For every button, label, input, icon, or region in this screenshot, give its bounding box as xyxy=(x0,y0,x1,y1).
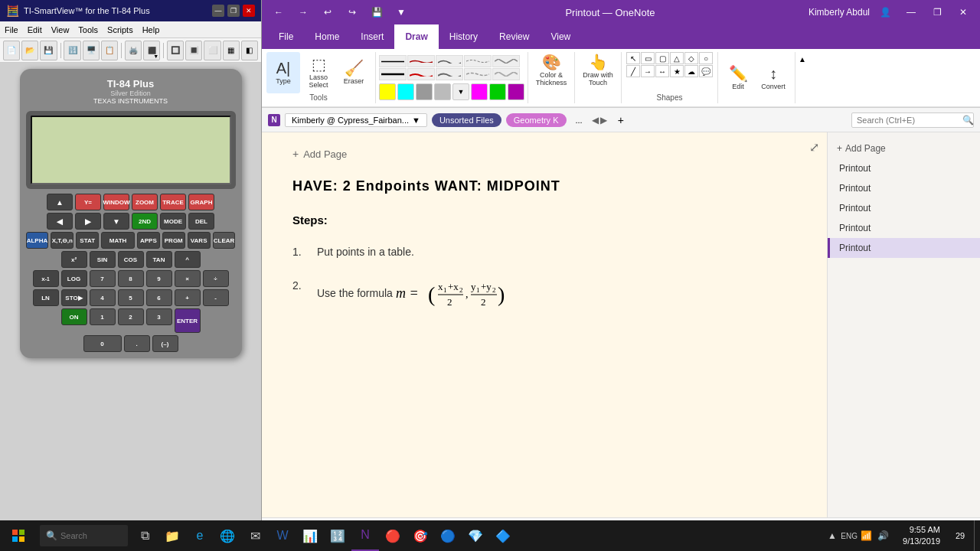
pen-stroke-2[interactable] xyxy=(407,55,435,67)
page-item-5[interactable]: Printout xyxy=(828,238,980,258)
color-cyan[interactable] xyxy=(397,83,414,100)
key-mode[interactable]: MODE xyxy=(160,213,186,230)
ti-tool-extra1[interactable]: 🔲 xyxy=(167,41,184,60)
taskbar-search[interactable]: 🔍 xyxy=(40,525,128,546)
color-dark-gray[interactable] xyxy=(416,83,433,100)
close-button[interactable]: ✕ xyxy=(952,2,974,23)
ti-tool-extra3[interactable]: ⬜ xyxy=(204,41,220,60)
collapse-ribbon-button[interactable]: ▲ xyxy=(795,52,809,103)
color-thickness-button[interactable]: 🎨 Color &Thickness xyxy=(533,52,570,89)
taskbar-ti[interactable]: 🔢 xyxy=(324,520,351,551)
key-7[interactable]: 7 xyxy=(90,270,116,287)
key-xpow[interactable]: x-1 xyxy=(33,270,59,287)
color-magenta[interactable] xyxy=(471,83,488,100)
taskbar-extra1[interactable]: 🔴 xyxy=(379,520,407,551)
convert-button[interactable]: ↕️ Convert xyxy=(756,52,790,103)
tool-eraser-button[interactable]: 🧹 Eraser xyxy=(337,52,371,93)
key-ln[interactable]: LN xyxy=(33,289,59,306)
pen-stroke-9[interactable] xyxy=(464,68,492,80)
shape-triangle[interactable]: △ xyxy=(670,52,684,64)
page-item-2[interactable]: Printout xyxy=(828,178,980,198)
ti-menu-scripts[interactable]: Scripts xyxy=(107,25,133,34)
account-button[interactable]: 👤 xyxy=(874,2,896,23)
ti-menu-help[interactable]: Help xyxy=(142,25,160,34)
shape-dbl-arrow[interactable]: ↔ xyxy=(655,65,669,77)
taskbar-task-view[interactable]: ⧉ xyxy=(131,520,158,551)
key-neg[interactable]: (–) xyxy=(152,335,178,352)
key-on[interactable]: ON xyxy=(61,308,87,325)
shape-select[interactable]: ↖ xyxy=(626,52,640,64)
edit-button[interactable]: ✏️ Edit xyxy=(723,52,753,103)
notebook-selector[interactable]: Kimberly @ Cypress_Fairban... ▼ xyxy=(285,113,427,127)
search-box[interactable]: 🔍 xyxy=(851,112,974,128)
key-sto[interactable]: STO▶ xyxy=(61,289,87,306)
taskbar-word[interactable]: W xyxy=(269,520,296,551)
tool-lasso-button[interactable]: ⬚ LassoSelect xyxy=(302,52,335,93)
start-button[interactable] xyxy=(0,520,37,551)
key-del[interactable]: DEL xyxy=(188,213,214,230)
shape-circle[interactable]: ○ xyxy=(699,52,713,64)
taskbar-calc[interactable]: 📊 xyxy=(296,520,324,551)
ti-restore-button[interactable]: ❐ xyxy=(227,5,240,17)
tool-type-button[interactable]: A| Type xyxy=(266,52,300,93)
key-add[interactable]: + xyxy=(175,289,201,306)
key-clear[interactable]: CLEAR xyxy=(213,232,236,249)
taskbar-edge[interactable]: e xyxy=(186,520,214,551)
key-up[interactable]: ▲ xyxy=(47,194,73,210)
expand-note-button[interactable]: ⤢ xyxy=(809,140,819,155)
tab-draw[interactable]: Draw xyxy=(394,24,438,49)
tray-network-icon[interactable]: 📶 xyxy=(858,528,874,543)
taskbar-mail[interactable]: ✉ xyxy=(241,520,269,551)
pen-stroke-3[interactable] xyxy=(436,55,463,67)
key-sin[interactable]: SIN xyxy=(90,251,116,268)
taskbar-extra2[interactable]: 🎯 xyxy=(407,520,434,551)
shape-rounded-rect[interactable]: ▢ xyxy=(655,52,669,64)
add-page-button[interactable]: + xyxy=(292,148,299,160)
tag-unsorted[interactable]: Unsorted Files xyxy=(432,113,501,127)
key-6[interactable]: 6 xyxy=(146,289,172,306)
ti-close-button[interactable]: ✕ xyxy=(243,5,255,17)
ti-menu-file[interactable]: File xyxy=(5,25,18,34)
tab-home[interactable]: Home xyxy=(304,24,350,49)
ti-menu-edit[interactable]: Edit xyxy=(28,25,42,34)
shape-diamond[interactable]: ◇ xyxy=(684,52,698,64)
undo-button[interactable]: ↩ xyxy=(317,2,338,23)
key-9[interactable]: 9 xyxy=(146,270,172,287)
restore-button[interactable]: ❐ xyxy=(926,2,948,23)
minimize-button[interactable]: — xyxy=(900,2,922,23)
tab-file[interactable]: File xyxy=(268,24,304,49)
color-purple[interactable] xyxy=(508,83,524,100)
taskbar-extra5[interactable]: 🔷 xyxy=(489,520,517,551)
shape-line[interactable]: ╱ xyxy=(626,65,640,77)
taskbar-extra3[interactable]: 🔵 xyxy=(434,520,462,551)
key-enter[interactable]: ENTER xyxy=(175,308,201,333)
ti-tool-open[interactable]: 📂 xyxy=(21,41,38,60)
taskbar-search-input[interactable] xyxy=(60,531,122,540)
taskbar-extra4[interactable]: 💎 xyxy=(462,520,489,551)
draw-touch-button[interactable]: 👆 Draw withTouch xyxy=(580,52,616,89)
key-1[interactable]: 1 xyxy=(90,308,116,325)
add-tab-button[interactable]: + xyxy=(612,112,630,129)
ti-tool-screen[interactable]: 🖥️ xyxy=(83,41,100,60)
pen-stroke-10[interactable] xyxy=(492,68,520,80)
key-log[interactable]: LOG xyxy=(61,270,87,287)
pen-stroke-8[interactable] xyxy=(436,68,463,80)
ti-tool-copy[interactable]: 📋 xyxy=(101,41,118,60)
ti-tool-drag[interactable]: ⬛ ▼ xyxy=(143,41,160,60)
ti-tool-extra2[interactable]: 🔳 xyxy=(185,41,202,60)
ti-menu-tools[interactable]: Tools xyxy=(78,25,98,34)
page-item-4[interactable]: Printout xyxy=(828,218,980,238)
add-page-button[interactable]: + Add Page xyxy=(828,139,980,158)
color-green[interactable] xyxy=(489,83,506,100)
key-prgm[interactable]: PRGM xyxy=(162,232,185,249)
pen-stroke-7[interactable] xyxy=(407,68,435,80)
key-graph[interactable]: GRAPH xyxy=(188,194,214,210)
ti-tool-save[interactable]: 💾 xyxy=(40,41,57,60)
key-dot[interactable]: . xyxy=(124,335,150,352)
key-trace[interactable]: TRACE xyxy=(160,194,186,210)
page-item-3[interactable]: Printout xyxy=(828,198,980,218)
shape-cloud[interactable]: ☁ xyxy=(684,65,698,77)
shape-callout[interactable]: 💬 xyxy=(699,65,713,77)
nav-left-icon[interactable]: ◀ xyxy=(592,115,599,126)
pen-stroke-6[interactable] xyxy=(379,68,407,80)
